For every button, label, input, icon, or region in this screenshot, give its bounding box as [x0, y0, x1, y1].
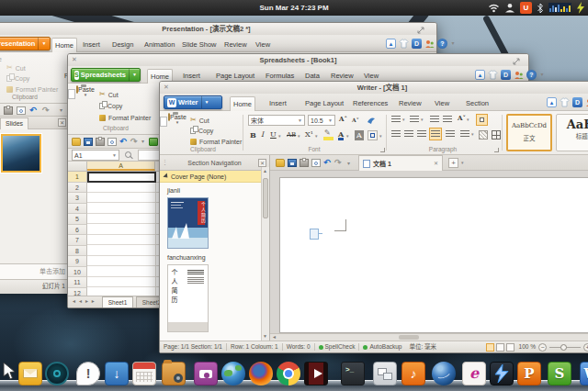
paste-button[interactable]: Paste ▾ — [164, 114, 190, 125]
dock-wps-spreadsheets-icon[interactable]: S — [548, 362, 571, 385]
dock-downloads-icon[interactable]: ↓ — [105, 362, 129, 385]
print-icon[interactable] — [300, 159, 309, 167]
resize-grip-icon[interactable] — [512, 57, 521, 66]
dock-calendar-icon[interactable] — [132, 362, 156, 385]
view-mode-page-icon[interactable] — [486, 343, 494, 352]
tab-view[interactable]: View — [253, 39, 273, 51]
shading-icon[interactable] — [479, 130, 488, 140]
row-header[interactable]: 2 — [68, 183, 87, 194]
format-painter-button[interactable]: Format Painter — [190, 139, 242, 145]
zoom-slider-knob[interactable] — [560, 344, 567, 351]
style-heading1[interactable]: AaBb 标题 1 — [556, 114, 588, 151]
print-icon[interactable] — [4, 106, 13, 115]
character-shading-icon[interactable]: A — [355, 130, 364, 140]
view-mode-web-icon[interactable] — [506, 343, 514, 352]
collapse-ribbon-icon[interactable]: ▲ — [547, 97, 557, 107]
chevron-down-icon[interactable]: ▾ — [450, 39, 456, 49]
redo-icon[interactable]: ↷ — [42, 106, 50, 115]
skin-icon[interactable] — [560, 97, 570, 107]
grow-font-icon[interactable]: A˄ — [339, 116, 347, 122]
tab-section[interactable]: Section — [463, 97, 492, 110]
italic-icon[interactable]: I — [261, 131, 264, 139]
chevron-down-icon[interactable]: ▼ — [129, 69, 140, 81]
docer-icon[interactable]: D — [501, 70, 511, 80]
table-icon[interactable] — [149, 138, 158, 146]
column-header-a[interactable]: A — [87, 162, 155, 171]
close-icon[interactable]: ✕ — [164, 84, 169, 90]
undo-icon[interactable]: ↶ — [119, 138, 127, 146]
dock-screenshot-icon[interactable] — [194, 362, 218, 385]
dock-e-app-icon[interactable]: e — [462, 362, 486, 385]
dock-notifications-icon[interactable]: ! — [76, 362, 100, 385]
docer-icon[interactable]: D — [412, 39, 422, 49]
chevron-down-icon[interactable]: ▼ — [38, 38, 49, 50]
undo-icon[interactable]: ↶ — [323, 159, 331, 167]
user-icon[interactable] — [504, 3, 515, 13]
document-tab[interactable]: 文档 1 ✕ — [358, 155, 443, 171]
cut-button[interactable]: ✂Cut — [190, 117, 209, 124]
document-area[interactable]: ◄ — [270, 171, 588, 341]
presentation-titlebar[interactable]: ✕ Presentation - [演示文稿2 *] — [0, 23, 436, 35]
dock-chrome-icon[interactable] — [277, 362, 300, 385]
row-header[interactable]: 8 — [68, 246, 87, 257]
zoom-out-icon[interactable]: − — [538, 343, 547, 352]
cut-button[interactable]: ✂Cut — [6, 64, 26, 72]
document-page[interactable] — [279, 177, 588, 333]
row-header[interactable]: 1 — [68, 172, 87, 183]
template-thumbnail-fanchuanxing[interactable]: 个人简历 — [167, 264, 209, 332]
chevron-down-icon[interactable]: ▼ — [201, 96, 212, 108]
chevron-down-icon[interactable]: ▾ — [346, 134, 349, 139]
decrease-indent-icon[interactable] — [430, 116, 439, 123]
selected-cell-a1[interactable] — [87, 172, 156, 183]
dock-network-globe-icon[interactable] — [432, 362, 456, 385]
chevron-down-icon[interactable]: ▾ — [421, 117, 424, 122]
font-color-icon[interactable]: A — [338, 130, 344, 140]
chevron-down-icon[interactable]: ▾ — [402, 117, 405, 122]
bold-icon[interactable]: B — [250, 131, 256, 139]
align-right-icon[interactable] — [417, 130, 426, 138]
function-icon[interactable] — [125, 151, 131, 158]
help-icon[interactable]: ? — [526, 70, 537, 80]
style-normal[interactable]: AaBbCcDd 正文 — [506, 114, 552, 151]
bluetooth-icon[interactable] — [537, 3, 544, 14]
chevron-down-icon[interactable]: ▾ — [539, 70, 545, 80]
chevron-down-icon[interactable]: ▾ — [471, 132, 474, 137]
toolbar-more-icon[interactable]: ▾ — [141, 138, 144, 146]
zoom-in-icon[interactable]: + — [583, 343, 588, 352]
cell-name-box[interactable]: A1▼ — [72, 150, 119, 161]
increase-indent-icon[interactable] — [443, 116, 452, 123]
dock-terminal-icon[interactable]: >_ — [341, 362, 365, 385]
open-icon[interactable] — [276, 159, 285, 167]
tab-slide-show[interactable]: Slide Show — [179, 39, 220, 51]
scroll-up-icon[interactable]: ▲ — [263, 169, 267, 173]
align-center-icon[interactable] — [404, 130, 413, 138]
scroll-left-icon[interactable]: ◄ — [272, 335, 277, 340]
dock-wps-presentation-icon[interactable]: P — [517, 362, 541, 385]
dock-firefox-icon[interactable] — [249, 362, 273, 385]
underline-icon[interactable]: U — [270, 131, 277, 139]
font-size-select[interactable]: 10.5▼ — [308, 115, 335, 126]
writer-menu-button[interactable]: W Writer ▼ — [164, 95, 222, 109]
share-icon[interactable] — [424, 39, 435, 49]
view-mode-outline-icon[interactable] — [496, 343, 504, 352]
toolbar-more-icon[interactable]: ▾ — [347, 160, 350, 168]
horizontal-scrollbar[interactable]: ◄ — [270, 333, 588, 341]
dock-wps-writer-icon[interactable]: W — [580, 362, 588, 385]
dock-file-manager-icon[interactable] — [162, 362, 186, 385]
template-thumbnail-jianli[interactable]: 个人简历 — [167, 197, 209, 249]
spreadsheets-titlebar[interactable]: ✕ Spreadsheets - [Book1] — [68, 54, 528, 66]
font-name-select[interactable]: 宋体▼ — [248, 115, 305, 126]
tab-review[interactable]: Review — [221, 39, 250, 51]
paste-button[interactable]: Paste — [0, 56, 6, 62]
row-header[interactable]: 9 — [68, 256, 87, 267]
zoom-slider[interactable] — [549, 347, 581, 348]
toolbar-more-icon[interactable]: ▾ — [60, 106, 62, 115]
tab-insert[interactable]: Insert — [80, 39, 103, 51]
pinyin-guide-icon[interactable] — [366, 114, 377, 125]
collapse-ribbon-icon[interactable]: ▲ — [386, 39, 396, 49]
copy-button[interactable]: Copy — [6, 75, 29, 82]
undo-icon[interactable]: ↶ — [29, 106, 37, 115]
dock-window-switcher-icon[interactable] — [373, 362, 397, 385]
paragraph-dialog-launcher-icon[interactable] — [494, 148, 499, 152]
slides-tab[interactable]: Slides — [0, 117, 28, 129]
